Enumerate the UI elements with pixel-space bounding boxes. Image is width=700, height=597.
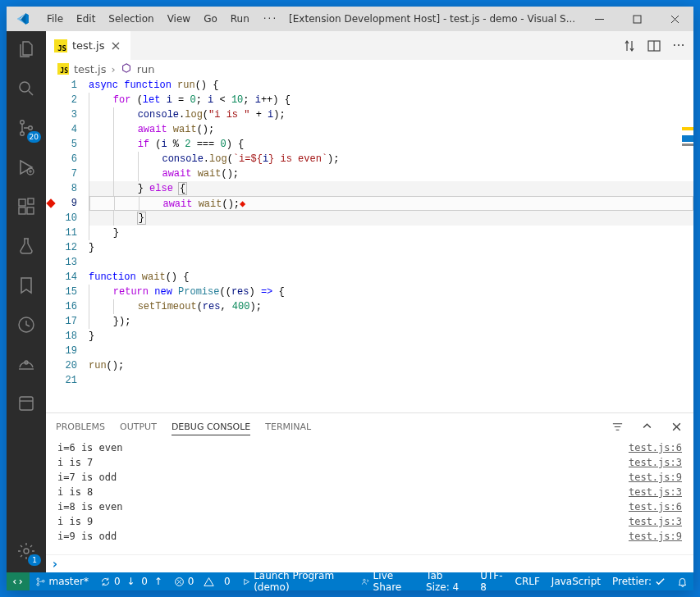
status-language[interactable]: JavaScript <box>546 572 606 590</box>
panel-filter-icon[interactable] <box>610 421 625 433</box>
line-number[interactable]: 3 <box>56 107 77 122</box>
console-source-link[interactable]: test.js:6 <box>629 499 682 514</box>
console-source-link[interactable]: test.js:3 <box>629 455 682 470</box>
line-number[interactable]: 10 <box>56 211 77 226</box>
line-number[interactable]: 11 <box>56 226 77 240</box>
code-line[interactable]: if (i % 2 === 0) { <box>89 137 693 152</box>
code-line[interactable]: console.log("i is " + i); <box>89 107 693 122</box>
source-control-icon[interactable]: 20 <box>7 110 46 149</box>
line-number-gutter[interactable]: 123456789101112131415161718192021 <box>56 78 84 412</box>
breakpoint-icon[interactable] <box>46 198 55 207</box>
menu-overflow[interactable]: ··· <box>257 7 284 31</box>
remote-indicator[interactable] <box>7 572 30 590</box>
console-source-link[interactable]: test.js:9 <box>629 470 682 485</box>
code-content[interactable]: async function run() { for (let i = 0; i… <box>84 78 693 412</box>
code-line[interactable]: console.log(`i=${i} is even`); <box>89 152 693 166</box>
console-source-link[interactable]: test.js:9 <box>629 529 682 544</box>
code-line[interactable]: setTimeout(res, 400); <box>89 299 693 314</box>
extensions-icon[interactable] <box>7 189 46 228</box>
line-number[interactable]: 19 <box>56 344 77 358</box>
line-number[interactable]: 12 <box>56 240 77 255</box>
code-line[interactable] <box>89 344 693 358</box>
menu-selection[interactable]: Selection <box>103 7 159 31</box>
code-line[interactable]: await wait(); <box>89 122 693 137</box>
status-prettier[interactable]: Prettier: <box>606 572 671 590</box>
code-line[interactable]: await wait();◆ <box>89 196 693 211</box>
code-line[interactable]: } <box>89 240 693 255</box>
line-number[interactable]: 7 <box>56 166 77 181</box>
console-source-link[interactable]: test.js:3 <box>629 485 682 499</box>
status-sync[interactable]: 0 ↓ 0 ↑ <box>94 572 168 590</box>
code-line[interactable] <box>89 373 693 388</box>
code-line[interactable]: run(); <box>89 358 693 373</box>
line-number[interactable]: 20 <box>56 358 77 373</box>
code-line[interactable]: } <box>89 211 693 226</box>
panel-tab-debug-console[interactable]: DEBUG CONSOLE <box>172 419 250 435</box>
menu-edit[interactable]: Edit <box>71 7 101 31</box>
settings-gear-icon[interactable]: 1 <box>7 533 46 572</box>
line-number[interactable]: 2 <box>56 93 77 107</box>
panel-tab-problems[interactable]: PROBLEMS <box>56 419 105 435</box>
close-button[interactable] <box>656 7 693 31</box>
remote-explorer-icon[interactable] <box>7 346 46 385</box>
line-number[interactable]: 13 <box>56 255 77 270</box>
breadcrumb-symbol[interactable]: run <box>137 63 155 75</box>
line-number[interactable]: 6 <box>56 152 77 166</box>
line-number[interactable]: 17 <box>56 314 77 329</box>
status-eol[interactable]: CRLF <box>510 572 546 590</box>
timeline-icon[interactable] <box>7 307 46 346</box>
menu-go[interactable]: Go <box>198 7 223 31</box>
project-icon[interactable] <box>7 385 46 425</box>
console-source-link[interactable]: test.js:6 <box>629 440 682 455</box>
breadcrumb-file[interactable]: test.js <box>74 63 106 75</box>
code-line[interactable]: } <box>89 226 693 240</box>
breakpoint-gutter[interactable] <box>46 78 56 412</box>
line-number[interactable]: 4 <box>56 122 77 137</box>
line-number[interactable]: 1 <box>56 78 77 93</box>
menu-run[interactable]: Run <box>225 7 255 31</box>
panel-tab-output[interactable]: OUTPUT <box>120 419 157 435</box>
status-branch[interactable]: master* <box>30 572 94 590</box>
code-line[interactable]: async function run() { <box>89 78 693 93</box>
code-line[interactable]: await wait(); <box>89 166 693 181</box>
tab-test-js[interactable]: JS test.js <box>46 31 131 60</box>
code-line[interactable]: return new Promise((res) => { <box>89 285 693 299</box>
status-liveshare[interactable]: Live Share <box>355 572 420 590</box>
code-line[interactable]: function wait() { <box>89 270 693 285</box>
status-launch[interactable]: Launch Program (demo) <box>236 572 356 590</box>
status-notifications-icon[interactable] <box>671 572 693 590</box>
line-number[interactable]: 15 <box>56 285 77 299</box>
line-number[interactable]: 21 <box>56 373 77 388</box>
menu-view[interactable]: View <box>162 7 196 31</box>
panel-collapse-icon[interactable] <box>639 422 654 432</box>
split-editor-icon[interactable] <box>647 39 661 52</box>
compare-changes-icon[interactable] <box>623 39 636 52</box>
minimize-button[interactable] <box>580 7 618 31</box>
line-number[interactable]: 18 <box>56 329 77 344</box>
code-line[interactable]: }); <box>89 314 693 329</box>
run-debug-icon[interactable] <box>7 149 46 189</box>
line-number[interactable]: 9 <box>56 196 77 211</box>
code-line[interactable]: } else { <box>89 181 693 196</box>
line-number[interactable]: 8 <box>56 181 77 196</box>
code-line[interactable]: } <box>89 329 693 344</box>
console-source-link[interactable]: test.js:3 <box>629 514 682 529</box>
maximize-button[interactable] <box>618 7 656 31</box>
line-number[interactable]: 5 <box>56 137 77 152</box>
bookmarks-icon[interactable] <box>7 267 46 307</box>
testing-icon[interactable] <box>7 228 46 267</box>
code-line[interactable] <box>89 255 693 270</box>
code-line[interactable]: for (let i = 0; i < 10; i++) { <box>89 93 693 107</box>
status-tab-size[interactable]: Tab Size: 4 <box>420 572 474 590</box>
menu-file[interactable]: File <box>41 7 69 31</box>
search-icon[interactable] <box>7 71 46 110</box>
debug-console-input[interactable]: › <box>46 554 693 572</box>
panel-close-icon[interactable] <box>669 422 684 432</box>
line-number[interactable]: 16 <box>56 299 77 314</box>
status-encoding[interactable]: UTF-8 <box>474 572 509 590</box>
tab-close-icon[interactable] <box>109 39 122 52</box>
line-number[interactable]: 14 <box>56 270 77 285</box>
code-editor[interactable]: 123456789101112131415161718192021 async … <box>46 78 693 412</box>
breadcrumbs[interactable]: JS test.js › run <box>46 60 693 78</box>
editor-overflow-icon[interactable]: ··· <box>672 39 685 52</box>
